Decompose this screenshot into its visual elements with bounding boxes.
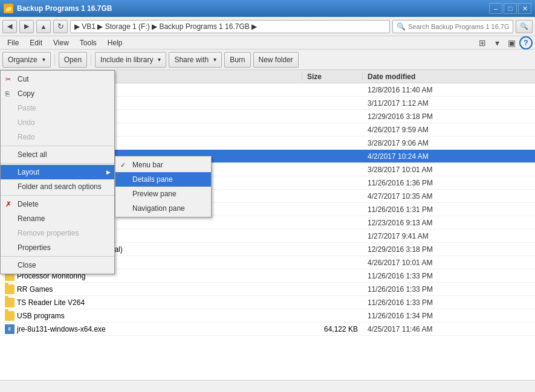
organize-label: Organize	[8, 56, 37, 64]
file-date: 4/26/2017 10:01 AM	[363, 259, 535, 267]
include-library-button[interactable]: Include in library ▾	[95, 52, 166, 68]
ctx-cut[interactable]: Cut	[1, 72, 114, 86]
layout-submenu: Menu bar Details pane Preview pane Navig…	[115, 156, 212, 217]
file-name: TS Reader Lite V264	[17, 298, 85, 307]
file-date: 11/26/2016 1:31 PM	[363, 205, 535, 214]
column-date[interactable]: Date modified	[363, 72, 535, 81]
submenu-preview-pane[interactable]: Preview pane	[115, 187, 211, 201]
file-name: USB programs	[17, 312, 65, 320]
ctx-folder-options[interactable]: Folder and search options	[1, 179, 114, 194]
submenu-navigation-pane[interactable]: Navigation pane	[115, 201, 211, 216]
back-button[interactable]: ◀	[2, 20, 17, 33]
preview-toggle-button[interactable]: ▣	[505, 36, 518, 50]
file-date: 4/25/2017 11:46 AM	[363, 325, 535, 333]
file-size: 64,122 KB	[302, 325, 363, 333]
view-dropdown-button[interactable]: ▾	[490, 36, 504, 50]
burn-label: Burn	[230, 56, 245, 64]
share-with-button[interactable]: Share with ▾	[169, 52, 222, 68]
search-input[interactable]	[408, 23, 509, 30]
ctx-layout[interactable]: Layout	[1, 165, 114, 179]
folder-icon	[5, 311, 15, 321]
table-row[interactable]: Ejre-8u131-windows-x64.exe64,122 KB4/25/…	[0, 323, 535, 336]
folder-icon	[5, 284, 15, 294]
up-button[interactable]: ▲	[36, 20, 51, 33]
ctx-select-all[interactable]: Select all	[1, 147, 114, 162]
share-with-dropdown-icon: ▾	[211, 56, 216, 63]
organize-button[interactable]: Organize ▾	[2, 52, 51, 68]
new-folder-button[interactable]: New folder	[253, 52, 299, 68]
file-date: 3/28/2017 10:01 AM	[363, 165, 535, 174]
open-button[interactable]: Open	[59, 52, 87, 68]
menu-help[interactable]: Help	[103, 37, 128, 48]
menu-tools[interactable]: Tools	[75, 37, 102, 48]
table-row[interactable]: RR Games11/26/2016 1:33 PM	[0, 283, 535, 296]
search-button[interactable]: 🔍	[516, 20, 533, 33]
file-date: 12/29/2016 3:18 PM	[363, 245, 535, 254]
ctx-redo: Redo	[1, 130, 114, 144]
burn-button[interactable]: Burn	[224, 52, 250, 68]
folder-icon	[5, 298, 15, 307]
table-row[interactable]: USB programs11/26/2016 1:34 PM	[0, 309, 535, 323]
toolbar-sep-2	[91, 54, 91, 66]
table-row[interactable]: TS Reader Lite V26411/26/2016 1:33 PM	[0, 296, 535, 309]
breadcrumb[interactable]: ▶ VB1 ▶ Storage 1 (F:) ▶ Backup Programs…	[70, 20, 390, 33]
maximize-button[interactable]: □	[504, 3, 517, 14]
search-box: 🔍	[392, 20, 513, 33]
toolbar: Organize ▾ Open Include in library ▾ Sha…	[0, 50, 535, 70]
file-name: jre-8u131-windows-x64.exe	[17, 325, 106, 333]
menu-edit[interactable]: Edit	[25, 37, 47, 48]
ctx-rename[interactable]: Rename	[1, 211, 114, 226]
search-icon: 🔍	[397, 22, 406, 31]
breadcrumb-text: ▶ VB1 ▶ Storage 1 (F:) ▶ Backup Programs…	[74, 22, 257, 31]
file-date: 11/26/2016 1:33 PM	[363, 298, 535, 307]
file-date: 1/27/2017 9:41 AM	[363, 232, 535, 240]
submenu-menu-bar[interactable]: Menu bar	[115, 158, 211, 172]
view-controls: ⊞ ▾ ▣ ?	[476, 36, 533, 50]
window-title: Backup Programs 1 16.7GB	[17, 4, 112, 13]
file-date: 12/29/2016 3:18 PM	[363, 112, 535, 121]
column-size[interactable]: Size	[302, 72, 363, 81]
address-bar: ◀ ▶ ▲ ↻ ▶ VB1 ▶ Storage 1 (F:) ▶ Backup …	[0, 17, 535, 36]
organize-dropdown-icon: ▾	[40, 56, 45, 63]
ctx-close[interactable]: Close	[1, 258, 114, 272]
minimize-button[interactable]: –	[489, 3, 502, 14]
file-date: 4/27/2017 10:35 AM	[363, 192, 535, 201]
change-view-button[interactable]: ⊞	[476, 36, 489, 50]
file-date: 3/28/2017 9:06 AM	[363, 139, 535, 147]
context-menu: Cut Copy Paste Undo Redo Select all Layo…	[0, 70, 115, 274]
file-date: 11/26/2016 1:33 PM	[363, 285, 535, 294]
menu-file[interactable]: File	[2, 37, 24, 48]
ctx-sep-1	[1, 146, 114, 146]
file-date: 4/2/2017 10:24 AM	[363, 152, 535, 161]
ctx-properties[interactable]: Properties	[1, 240, 114, 255]
ctx-sep-3	[1, 195, 114, 196]
ctx-undo: Undo	[1, 115, 114, 130]
file-date: 3/11/2017 1:12 AM	[363, 99, 535, 108]
menu-bar: File Edit View Tools Help ⊞ ▾ ▣ ?	[0, 36, 535, 50]
close-button[interactable]: ✕	[518, 3, 531, 14]
file-date: 11/26/2016 1:36 PM	[363, 179, 535, 187]
help-button[interactable]: ?	[519, 36, 533, 50]
title-bar-controls: – □ ✕	[489, 3, 531, 14]
open-label: Open	[64, 56, 82, 64]
refresh-button[interactable]: ↻	[53, 20, 68, 33]
ctx-sep-4	[1, 256, 114, 257]
new-folder-label: New folder	[259, 56, 293, 64]
menu-view[interactable]: View	[48, 37, 74, 48]
ctx-delete[interactable]: Delete	[1, 197, 114, 211]
file-date: 12/23/2016 9:13 AM	[363, 219, 535, 227]
file-date: 12/8/2016 11:40 AM	[363, 86, 535, 94]
file-date: 11/26/2016 1:34 PM	[363, 312, 535, 320]
ctx-copy[interactable]: Copy	[1, 86, 114, 101]
include-library-label: Include in library	[100, 56, 153, 64]
include-library-dropdown-icon: ▾	[155, 56, 161, 63]
share-with-label: Share with	[174, 56, 209, 64]
ctx-sep-2	[1, 163, 114, 164]
toolbar-sep-1	[54, 54, 55, 66]
title-bar: 📁 Backup Programs 1 16.7GB – □ ✕	[0, 0, 535, 17]
submenu-details-pane[interactable]: Details pane	[115, 172, 211, 187]
forward-button[interactable]: ▶	[19, 20, 34, 33]
exe-icon: E	[5, 324, 15, 334]
file-date: 4/26/2017 9:59 AM	[363, 126, 535, 134]
file-name: RR Games	[17, 285, 53, 294]
